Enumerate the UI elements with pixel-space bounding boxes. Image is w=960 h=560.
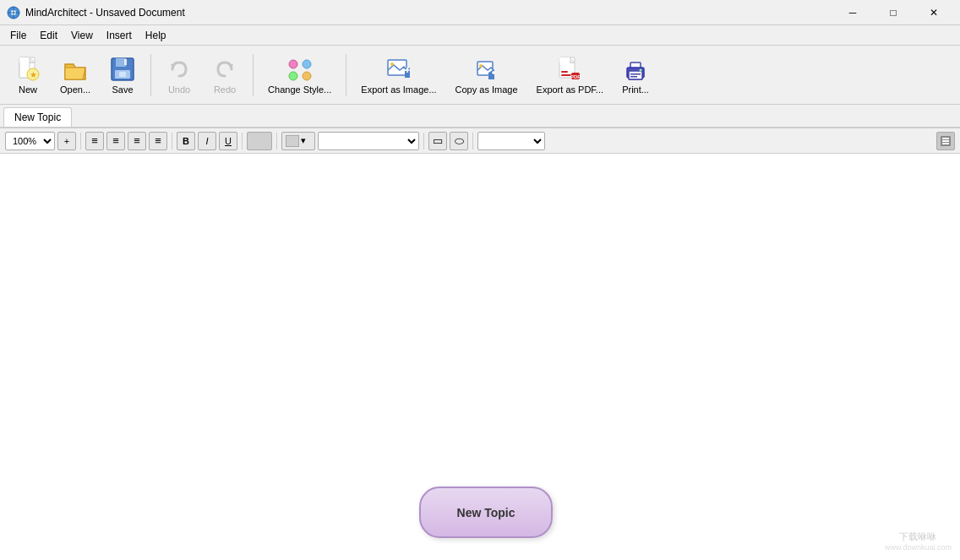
save-label: Save — [112, 84, 134, 95]
format-sep-2 — [172, 133, 172, 150]
save-icon — [109, 56, 136, 83]
svg-rect-45 — [942, 140, 949, 142]
redo-button[interactable]: Redo — [204, 50, 246, 101]
copy-image-label: Copy as Image — [455, 84, 518, 95]
format-sep-4 — [276, 133, 277, 150]
redo-label: Redo — [214, 84, 236, 95]
svg-point-18 — [289, 72, 297, 80]
window-controls: ─ □ ✕ — [833, 0, 953, 25]
copy-image-icon — [473, 56, 500, 83]
zoom-select[interactable]: 100% 50% 75% 125% 150% 200% — [5, 132, 55, 150]
new-icon: ★ — [14, 56, 41, 83]
svg-text:PDF: PDF — [570, 74, 581, 79]
menu-bar: File Edit View Insert Help — [0, 25, 960, 46]
svg-text:★: ★ — [30, 70, 37, 79]
format-sep-5 — [423, 133, 424, 150]
copy-image-button[interactable]: Copy as Image — [448, 50, 526, 101]
align-center-button[interactable]: ≡ — [106, 132, 125, 150]
change-style-icon — [286, 56, 314, 83]
menu-edit[interactable]: Edit — [33, 28, 64, 43]
settings-button[interactable] — [936, 132, 955, 150]
root-node-label: New Topic — [457, 506, 515, 519]
tab-new-topic[interactable]: New Topic — [3, 107, 72, 127]
redo-icon — [211, 56, 238, 83]
toolbar-sep-1 — [150, 54, 151, 96]
underline-button[interactable]: U — [219, 132, 237, 150]
svg-rect-31 — [559, 57, 570, 63]
font-color-box[interactable] — [247, 132, 272, 150]
format-bar: 100% 50% 75% 125% 150% 200% + ≡ ≡ ≡ ≡ B … — [0, 128, 960, 154]
format-sep-3 — [242, 133, 243, 150]
zoom-plus-button[interactable]: + — [57, 132, 76, 150]
tab-bar: New Topic — [0, 105, 960, 128]
open-button[interactable]: Open... — [52, 50, 98, 101]
format-sep-1 — [80, 133, 81, 150]
change-style-button[interactable]: Change Style... — [260, 50, 339, 101]
export-pdf-icon: PDF — [556, 56, 583, 83]
undo-label: Undo — [168, 84, 190, 95]
export-pdf-button[interactable]: PDF Export as PDF... — [529, 50, 611, 101]
toolbar: ★ New Open... Save — [0, 46, 960, 105]
undo-button[interactable]: Undo — [158, 50, 200, 101]
export-image-icon — [385, 56, 412, 83]
maximize-button[interactable]: □ — [874, 0, 913, 25]
svg-rect-13 — [119, 72, 126, 77]
toolbar-sep-3 — [346, 54, 346, 96]
undo-icon — [166, 56, 193, 83]
svg-point-42 — [640, 68, 642, 71]
svg-point-26 — [479, 64, 483, 68]
shape-rect-button[interactable]: ▭ — [428, 132, 447, 150]
svg-rect-39 — [629, 71, 642, 79]
root-node[interactable]: New Topic — [419, 487, 553, 538]
app-icon — [7, 6, 20, 19]
export-image-label: Export as Image... — [361, 84, 436, 95]
print-button[interactable]: Print... — [614, 50, 657, 101]
svg-point-21 — [390, 63, 394, 66]
svg-rect-40 — [630, 73, 641, 75]
change-style-label: Change Style... — [268, 84, 331, 95]
close-button[interactable]: ✕ — [914, 0, 953, 25]
export-image-button[interactable]: Export as Image... — [353, 50, 444, 101]
toolbar-sep-2 — [253, 54, 254, 96]
save-button[interactable]: Save — [101, 50, 144, 101]
canvas-area[interactable]: New Topic 下载咻咻 www.downkuai.com — [0, 154, 960, 560]
svg-rect-41 — [630, 76, 637, 78]
svg-rect-32 — [561, 71, 568, 73]
align-justify-button[interactable]: ≡ — [149, 132, 167, 150]
title-bar: MindArchitect - Unsaved Document ─ □ ✕ — [0, 0, 960, 25]
align-right-button[interactable]: ≡ — [128, 132, 146, 150]
svg-rect-44 — [942, 138, 949, 139]
menu-help[interactable]: Help — [139, 28, 173, 43]
print-label: Print... — [622, 84, 649, 95]
menu-view[interactable]: View — [64, 28, 100, 43]
format-sep-6 — [472, 133, 473, 150]
svg-point-17 — [303, 60, 311, 68]
svg-point-16 — [289, 60, 297, 68]
open-label: Open... — [60, 84, 90, 95]
new-label: New — [19, 84, 37, 95]
style-select[interactable] — [477, 132, 545, 150]
italic-button[interactable]: I — [198, 132, 216, 150]
shape-pill-button[interactable]: ⬭ — [450, 132, 468, 150]
svg-rect-46 — [942, 143, 949, 144]
fill-color-dropdown[interactable]: ▾ — [281, 132, 315, 150]
menu-insert[interactable]: Insert — [100, 28, 139, 43]
font-select[interactable] — [318, 132, 419, 150]
new-button[interactable]: ★ New — [7, 50, 49, 101]
export-pdf-label: Export as PDF... — [537, 84, 603, 95]
svg-rect-11 — [124, 59, 127, 65]
watermark-line1: 下载咻咻 — [885, 530, 952, 543]
align-left-button[interactable]: ≡ — [85, 132, 104, 150]
svg-rect-6 — [19, 57, 30, 63]
svg-point-19 — [303, 72, 311, 80]
bold-button[interactable]: B — [177, 132, 195, 150]
minimize-button[interactable]: ─ — [833, 0, 872, 25]
watermark: 下载咻咻 www.downkuai.com — [885, 530, 952, 552]
window-title: MindArchitect - Unsaved Document — [25, 7, 833, 19]
watermark-line2: www.downkuai.com — [885, 543, 952, 552]
menu-file[interactable]: File — [3, 28, 33, 43]
open-icon — [62, 56, 89, 83]
print-icon — [622, 56, 649, 83]
